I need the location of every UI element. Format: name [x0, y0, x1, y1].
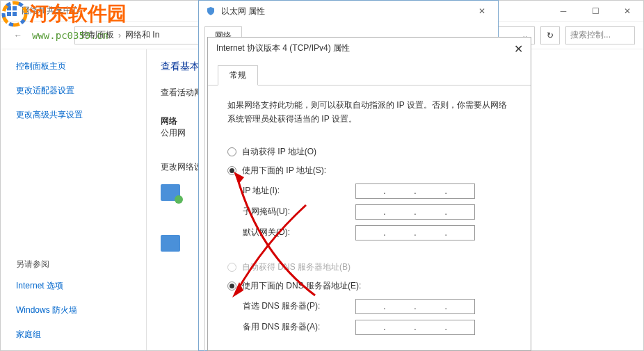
sidebar-sharing[interactable]: 更改高级共享设置	[16, 109, 146, 121]
maximize-button[interactable]: ☐	[579, 1, 611, 22]
svg-rect-2	[7, 12, 11, 16]
ipv4-description: 如果网络支持此功能，则可以获取自动指派的 IP 设置。否则，你需要从网络系统管理…	[227, 98, 511, 126]
nav-back-button[interactable]: ←	[9, 26, 27, 44]
radio-static-ip[interactable]	[227, 166, 236, 175]
ipv4-dialog-body: 如果网络支持此功能，则可以获取自动指派的 IP 设置。否则，你需要从网络系统管理…	[208, 85, 531, 351]
ip-address-label: IP 地址(I):	[243, 185, 355, 197]
gateway-label: 默认网关(D):	[243, 227, 355, 238]
sidebar-adapter[interactable]: 更改适配器设置	[16, 85, 146, 97]
alternate-dns-label: 备用 DNS 服务器(A):	[243, 321, 355, 333]
radio-auto-ip[interactable]	[227, 147, 236, 156]
sidebar: 控制面板主页 更改适配器设置 更改高级共享设置 另请参阅 Internet 选项…	[1, 49, 147, 350]
nav-forward-button[interactable]: →	[29, 26, 47, 44]
ipv4-properties-dialog: Internet 协议版本 4 (TCP/IPv4) 属性 ✕ 常规 如果网络支…	[207, 37, 531, 351]
sidebar-home[interactable]: 控制面板主页	[16, 60, 146, 72]
ethernet-close-button[interactable]: ✕	[466, 1, 498, 22]
subnet-mask-input[interactable]: ...	[355, 204, 475, 220]
ipv4-tab-general[interactable]: 常规	[218, 65, 258, 85]
ethernet-dialog-titlebar: 以太网 属性	[199, 1, 498, 22]
svg-rect-3	[13, 12, 17, 16]
network-label: 网络	[161, 115, 177, 127]
sidebar-internet-options[interactable]: Internet 选项	[16, 280, 146, 292]
ethernet-dialog-title: 以太网 属性	[221, 6, 265, 17]
nav-up-button[interactable]: ↑	[48, 26, 66, 44]
alternate-dns-input[interactable]: ...	[355, 320, 475, 335]
radio-row-static-ip[interactable]: 使用下面的 IP 地址(S):	[227, 165, 511, 177]
minimize-button[interactable]: ─	[547, 1, 579, 22]
shield-icon	[206, 6, 216, 16]
main-heading: 查看基本	[161, 60, 202, 73]
preferred-dns-label: 首选 DNS 服务器(P):	[243, 300, 355, 312]
radio-static-dns[interactable]	[227, 281, 236, 291]
svg-rect-0	[7, 6, 11, 10]
breadcrumb-root[interactable]: 控制面板	[81, 29, 114, 41]
radio-static-ip-label: 使用下面的 IP 地址(S):	[242, 165, 326, 177]
window-title: 网络和共享中心	[22, 5, 80, 17]
window-controls: ─ ☐ ✕	[547, 1, 643, 22]
ipv4-dialog-title: Internet 协议版本 4 (TCP/IPv4) 属性	[216, 42, 350, 54]
public-network-label: 公用网	[161, 127, 202, 139]
radio-auto-dns-label: 自动获得 DNS 服务器地址(B)	[242, 261, 351, 273]
sidebar-seealso-heading: 另请参阅	[16, 259, 146, 270]
preferred-dns-input[interactable]: ...	[355, 299, 475, 314]
ipv4-tabs: 常规	[208, 58, 531, 85]
subnet-mask-label: 子网掩码(U):	[243, 206, 355, 218]
troubleshoot-icon[interactable]	[161, 235, 180, 252]
search-input[interactable]: 搜索控制...	[565, 26, 635, 44]
refresh-button[interactable]: ↻	[540, 26, 560, 44]
active-networks-label: 查看活动网	[161, 87, 202, 99]
radio-row-static-dns[interactable]: 使用下面的 DNS 服务器地址(E):	[227, 280, 511, 292]
sidebar-homegroup[interactable]: 家庭组	[16, 329, 146, 341]
radio-row-auto-dns: 自动获得 DNS 服务器地址(B)	[227, 261, 511, 273]
gateway-input[interactable]: ...	[355, 225, 475, 240]
sidebar-firewall[interactable]: Windows 防火墙	[16, 304, 146, 316]
close-button[interactable]: ✕	[611, 1, 643, 22]
radio-auto-dns	[227, 263, 236, 272]
ip-address-input[interactable]: ...	[355, 183, 475, 199]
network-setup-icon[interactable]	[161, 184, 180, 201]
change-settings-label: 更改网络设	[161, 161, 202, 173]
breadcrumb-current[interactable]: 网络和 In	[125, 29, 159, 41]
ipv4-close-button[interactable]: ✕	[511, 42, 525, 56]
ipv4-dialog-titlebar: Internet 协议版本 4 (TCP/IPv4) 属性	[208, 38, 531, 58]
chevron-right-icon: ›	[118, 31, 121, 40]
network-center-icon	[6, 6, 17, 17]
radio-auto-ip-label: 自动获得 IP 地址(O)	[242, 146, 316, 158]
radio-static-dns-label: 使用下面的 DNS 服务器地址(E):	[242, 280, 361, 292]
radio-row-auto-ip[interactable]: 自动获得 IP 地址(O)	[227, 146, 511, 158]
svg-rect-1	[13, 6, 17, 10]
